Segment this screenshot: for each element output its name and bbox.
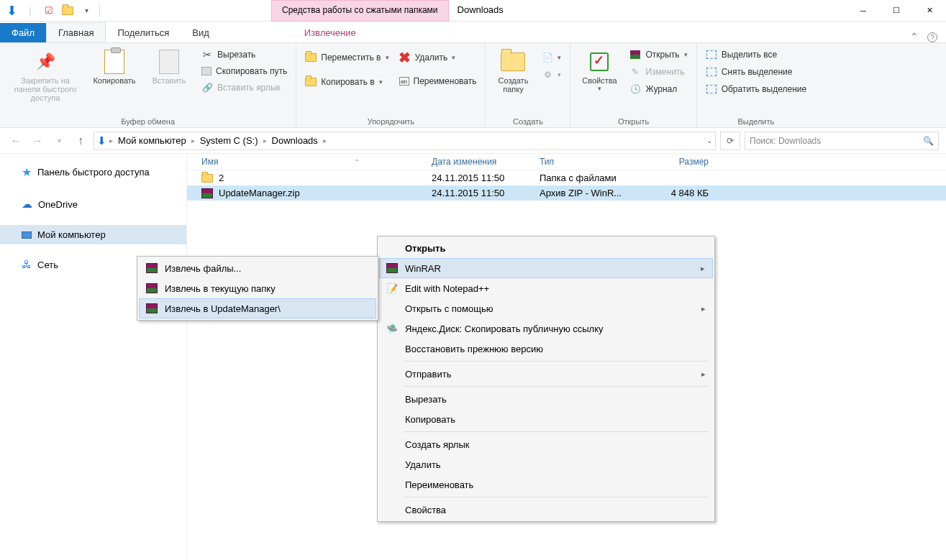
tab-extract[interactable]: Извлечение bbox=[293, 23, 368, 42]
file-row-zip[interactable]: UpdateManager.zip 24.11.2015 11:50 Архив… bbox=[187, 185, 946, 201]
cut-button[interactable]: ✂Вырезать bbox=[199, 47, 290, 62]
file-size: 4 848 КБ bbox=[651, 188, 716, 198]
col-name-header[interactable]: Имя⌃ bbox=[187, 157, 432, 167]
copy-path-button[interactable]: Скопировать путь bbox=[199, 65, 290, 78]
properties-icon bbox=[590, 52, 609, 71]
location-icon: ⬇ bbox=[97, 134, 106, 147]
col-type-header[interactable]: Тип bbox=[540, 157, 651, 167]
submenu-extract-to[interactable]: Извлечь в UpdateManager\ bbox=[139, 298, 376, 318]
copy-button[interactable]: Копировать bbox=[89, 46, 140, 88]
refresh-button[interactable]: ⟳ bbox=[720, 132, 740, 150]
copy-to-button[interactable]: Копировать в ▾ bbox=[302, 75, 391, 89]
properties-button[interactable]: Свойства ▾ bbox=[576, 46, 622, 95]
chevron-right-icon[interactable]: ▸ bbox=[109, 137, 113, 144]
chevron-right-icon[interactable]: ▸ bbox=[263, 137, 267, 144]
folder-icon bbox=[201, 174, 213, 183]
ctx-rename[interactable]: Переименовать bbox=[379, 474, 713, 495]
maximize-button[interactable]: ☐ bbox=[880, 0, 913, 22]
file-name: 2 bbox=[219, 173, 224, 183]
sidebar-item-quick-access[interactable]: ★Панель быстрого доступа bbox=[0, 161, 186, 183]
ctx-label: Edit with Notepad++ bbox=[405, 283, 489, 294]
ctx-properties[interactable]: Свойства bbox=[379, 500, 713, 520]
qa-properties-button[interactable]: ☑ bbox=[40, 2, 58, 19]
new-item-button[interactable]: 📄▾ bbox=[539, 50, 564, 65]
new-folder-button[interactable]: Создать папку bbox=[491, 46, 535, 96]
ribbon-collapse-button[interactable]: ⌃ ? bbox=[901, 31, 946, 43]
submenu-extract-here[interactable]: Извлечь в текущую папку bbox=[139, 278, 376, 298]
ctx-winrar[interactable]: WinRAR▸ bbox=[379, 258, 713, 278]
blank-icon bbox=[385, 478, 399, 491]
chevron-right-icon[interactable]: ▸ bbox=[191, 137, 195, 144]
search-placeholder: Поиск: Downloads bbox=[750, 136, 821, 146]
move-to-button[interactable]: Переместить в ▾ bbox=[302, 50, 391, 65]
blank-icon bbox=[385, 438, 399, 451]
ctx-delete[interactable]: Удалить bbox=[379, 454, 713, 474]
open-button[interactable]: Открыть ▾ bbox=[627, 47, 690, 62]
ribbon-group-open: Свойства ▾ Открыть ▾ ✎Изменить 🕓Журнал О… bbox=[570, 43, 696, 127]
tab-file[interactable]: Файл bbox=[0, 23, 46, 42]
breadcrumb-seg-mycomp[interactable]: Мой компьютер bbox=[116, 135, 188, 146]
minimize-button[interactable]: ─ bbox=[847, 0, 880, 22]
ctx-open-with[interactable]: Открыть с помощью▸ bbox=[379, 298, 713, 318]
ctx-restore[interactable]: Восстановить прежнюю версию bbox=[379, 339, 713, 359]
rename-button[interactable]: abПереименовать bbox=[396, 75, 480, 88]
tab-share[interactable]: Поделиться bbox=[106, 23, 181, 42]
col-size-header[interactable]: Размер bbox=[651, 157, 716, 167]
breadcrumb[interactable]: ⬇ ▸ Мой компьютер ▸ System C (S:) ▸ Down… bbox=[94, 132, 716, 150]
select-all-button[interactable]: Выделить все bbox=[703, 47, 810, 62]
select-none-button[interactable]: Снять выделение bbox=[703, 65, 810, 79]
qa-customize-button[interactable]: ▾ bbox=[78, 2, 95, 19]
ctx-copy[interactable]: Копировать bbox=[379, 409, 713, 429]
ctx-label: Восстановить прежнюю версию bbox=[405, 344, 543, 354]
ctx-shortcut[interactable]: Создать ярлык bbox=[379, 434, 713, 454]
paste-button[interactable]: Вставить bbox=[144, 46, 194, 88]
breadcrumb-seg-drive[interactable]: System C (S:) bbox=[198, 135, 260, 146]
shortcut-icon: 🔗 bbox=[201, 82, 213, 93]
file-row-folder[interactable]: 2 24.11.2015 11:50 Папка с файлами bbox=[187, 170, 946, 185]
new-folder-label: Создать папку bbox=[493, 76, 533, 93]
close-button[interactable]: ✕ bbox=[913, 0, 946, 22]
tab-view[interactable]: Вид bbox=[181, 23, 221, 42]
ctx-cut[interactable]: Вырезать bbox=[379, 389, 713, 409]
up-button[interactable]: ↑ bbox=[72, 132, 89, 150]
sidebar-item-mycomputer[interactable]: Мой компьютер bbox=[0, 225, 186, 244]
ctx-notepad[interactable]: 📝Edit with Notepad++ bbox=[379, 278, 713, 298]
delete-button[interactable]: ✖Удалить ▾ bbox=[396, 50, 480, 65]
file-name: UpdateManager.zip bbox=[219, 188, 300, 198]
col-date-header[interactable]: Дата изменения bbox=[432, 157, 540, 167]
winrar-icon bbox=[385, 262, 399, 275]
app-icon[interactable]: ⬇ bbox=[3, 2, 20, 19]
open-label: Открыть bbox=[645, 50, 679, 60]
file-type: Архив ZIP - WinR... bbox=[540, 188, 651, 198]
search-input[interactable]: Поиск: Downloads 🔍 bbox=[745, 132, 939, 150]
recent-button[interactable]: ▾ bbox=[50, 132, 68, 150]
tab-home[interactable]: Главная bbox=[46, 22, 106, 42]
pin-button[interactable]: 📌 Закрепить на панели быстрого доступа bbox=[6, 46, 85, 105]
address-dropdown-button[interactable]: ⌄ bbox=[706, 137, 712, 144]
qa-newfolder-button[interactable] bbox=[59, 2, 76, 19]
delete-label: Удалить bbox=[415, 52, 448, 63]
paste-shortcut-button[interactable]: 🔗Вставить ярлык bbox=[199, 81, 290, 95]
edit-button[interactable]: ✎Изменить bbox=[627, 65, 690, 79]
ctx-send[interactable]: Отправить▸ bbox=[379, 364, 713, 384]
submenu-extract-files[interactable]: Извлечь файлы... bbox=[139, 258, 376, 278]
ctx-open[interactable]: Открыть bbox=[379, 238, 713, 258]
history-button[interactable]: 🕓Журнал bbox=[627, 82, 690, 96]
forward-button[interactable]: → bbox=[29, 132, 46, 150]
breadcrumb-seg-folder[interactable]: Downloads bbox=[270, 135, 320, 146]
sidebar-item-onedrive[interactable]: ☁OneDrive bbox=[0, 193, 186, 215]
rename-label: Переименовать bbox=[414, 76, 477, 86]
back-button[interactable]: ← bbox=[7, 132, 24, 150]
file-date: 24.11.2015 11:50 bbox=[432, 173, 540, 183]
history-icon: 🕓 bbox=[629, 83, 641, 95]
easy-access-button[interactable]: ⚙▾ bbox=[539, 68, 564, 82]
copy-label: Копировать bbox=[91, 76, 138, 85]
qa-sep-icon: | bbox=[22, 2, 39, 19]
ctx-yandex[interactable]: 🛸Яндекс.Диск: Скопировать публичную ссыл… bbox=[379, 318, 713, 339]
group-create-label: Создать bbox=[491, 116, 564, 126]
select-none-icon bbox=[706, 66, 717, 78]
chevron-right-icon[interactable]: ▸ bbox=[323, 137, 327, 144]
invert-selection-button[interactable]: Обратить выделение bbox=[703, 82, 810, 96]
paste-label: Вставить bbox=[145, 76, 193, 85]
ctx-label: Переименовать bbox=[405, 479, 473, 490]
